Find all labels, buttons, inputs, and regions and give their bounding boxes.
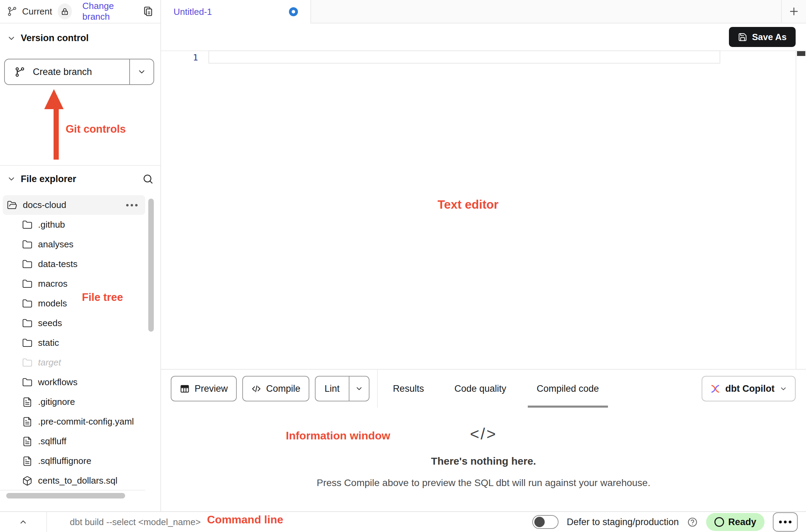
file-explorer-title: File explorer bbox=[21, 174, 76, 184]
tree-item-label: analyses bbox=[38, 239, 74, 250]
change-branch-link[interactable]: Change branch bbox=[82, 1, 138, 22]
sidebar-divider bbox=[0, 165, 160, 166]
file-explorer-header[interactable]: File explorer bbox=[7, 173, 153, 184]
git-branch-icon bbox=[15, 67, 25, 77]
annotation-git-controls: Git controls bbox=[66, 123, 126, 135]
folder-icon bbox=[22, 318, 32, 329]
copy-icon[interactable] bbox=[143, 6, 153, 17]
tree-item[interactable]: macros bbox=[0, 274, 160, 294]
code-icon bbox=[251, 384, 261, 394]
tree-item[interactable]: .gitignore bbox=[0, 392, 160, 412]
more-actions-icon[interactable] bbox=[126, 204, 138, 206]
tree-item[interactable]: models bbox=[0, 294, 160, 313]
results-toolbar: Preview Compile Lint Results Code qualit… bbox=[161, 369, 806, 408]
model-cube-icon bbox=[22, 476, 32, 486]
create-branch-button[interactable]: Create branch bbox=[4, 59, 154, 85]
tree-item[interactable]: .sqlfluffignore bbox=[0, 451, 160, 471]
status-circle-icon bbox=[714, 517, 724, 527]
lock-icon bbox=[61, 8, 69, 16]
chevron-down-icon bbox=[7, 34, 16, 43]
tree-divider bbox=[0, 490, 145, 491]
tree-item[interactable]: data-tests bbox=[0, 254, 160, 274]
tree-item[interactable]: .pre-commit-config.yaml bbox=[0, 412, 160, 431]
tab-untitled-1[interactable]: Untitled-1 bbox=[161, 0, 310, 23]
defer-label: Defer to staging/production bbox=[567, 517, 679, 528]
editor-tab-bar: Untitled-1 bbox=[161, 0, 806, 23]
information-window: </> There's nothing here. Press Compile … bbox=[161, 408, 806, 511]
defer-toggle[interactable] bbox=[532, 515, 559, 529]
dbt-copilot-icon bbox=[710, 383, 721, 394]
command-bar: Defer to staging/production Ready bbox=[0, 511, 806, 532]
tab-bar-empty-space bbox=[310, 0, 781, 23]
compile-button[interactable]: Compile bbox=[242, 376, 309, 401]
file-icon bbox=[22, 397, 32, 407]
file-tree: docs-cloud .github analyses data-tests bbox=[0, 195, 160, 504]
annotation-file-tree: File tree bbox=[82, 291, 123, 304]
status-badge: Ready bbox=[706, 513, 765, 531]
lint-dropdown[interactable] bbox=[349, 377, 369, 401]
folder-icon bbox=[22, 358, 32, 368]
folder-icon bbox=[22, 239, 32, 250]
file-icon bbox=[22, 456, 32, 466]
tab-title: Untitled-1 bbox=[174, 7, 212, 17]
tree-item-label: docs-cloud bbox=[23, 200, 66, 210]
search-icon[interactable] bbox=[142, 173, 153, 184]
annotation-information-window: Information window bbox=[286, 429, 390, 442]
editor-scrollbar-thumb[interactable] bbox=[797, 51, 805, 56]
table-icon bbox=[180, 384, 190, 394]
preview-button[interactable]: Preview bbox=[171, 376, 237, 401]
tree-vertical-scrollbar[interactable] bbox=[148, 199, 154, 332]
version-control-title: Version control bbox=[21, 33, 89, 44]
annotation-arrow-icon bbox=[44, 89, 64, 109]
tree-item[interactable]: docs-cloud bbox=[3, 195, 145, 215]
create-branch-dropdown[interactable] bbox=[130, 59, 153, 84]
tree-item-label: seeds bbox=[38, 318, 62, 329]
empty-state-title: There's nothing here. bbox=[431, 455, 536, 467]
tree-item[interactable]: cents_to_dollars.sql bbox=[0, 471, 160, 491]
folder-icon bbox=[22, 377, 32, 388]
status-label: Ready bbox=[728, 517, 756, 528]
save-as-button[interactable]: Save As bbox=[729, 27, 796, 47]
save-icon bbox=[738, 32, 747, 42]
lint-button[interactable]: Lint bbox=[316, 377, 349, 401]
tree-item-label: .sqlfluffignore bbox=[38, 456, 91, 466]
tree-item[interactable]: .sqlfluff bbox=[0, 431, 160, 451]
save-as-label: Save As bbox=[752, 32, 787, 42]
tab-code-quality[interactable]: Code quality bbox=[439, 369, 522, 408]
tree-horizontal-scrollbar[interactable] bbox=[6, 493, 125, 498]
tree-item-label: models bbox=[38, 298, 67, 309]
tree-item-label: .pre-commit-config.yaml bbox=[38, 416, 134, 427]
code-empty-icon: </> bbox=[470, 426, 497, 442]
git-branch-icon bbox=[7, 6, 17, 17]
editor-action-row: Save As bbox=[161, 23, 806, 50]
file-icon bbox=[22, 436, 32, 447]
tab-results[interactable]: Results bbox=[378, 369, 439, 408]
tab-compiled-code[interactable]: Compiled code bbox=[522, 369, 614, 408]
tree-item[interactable]: analyses bbox=[0, 235, 160, 254]
tree-item-label: workflows bbox=[38, 377, 77, 388]
folder-icon bbox=[22, 338, 32, 348]
tree-item-label: data-tests bbox=[38, 259, 77, 269]
tree-item[interactable]: static bbox=[0, 333, 160, 353]
expand-panel-button[interactable] bbox=[0, 512, 46, 532]
editor-scrollbar[interactable] bbox=[796, 50, 806, 369]
create-branch-label: Create branch bbox=[33, 67, 92, 77]
dbt-ide-screenshot: { "colors": { "annotation_red": "#ee4a36… bbox=[0, 0, 806, 532]
dbt-copilot-button[interactable]: dbt Copilot bbox=[702, 376, 796, 401]
tree-item[interactable]: .github bbox=[0, 215, 160, 235]
line-number: 1 bbox=[193, 53, 198, 63]
tree-item-label: macros bbox=[38, 278, 67, 289]
help-icon[interactable] bbox=[687, 517, 698, 528]
tree-item-label: .gitignore bbox=[38, 397, 75, 407]
annotation-text-editor: Text editor bbox=[438, 198, 498, 211]
add-tab-button[interactable] bbox=[781, 0, 806, 23]
tree-item[interactable]: target bbox=[0, 353, 160, 372]
tree-item[interactable]: workflows bbox=[0, 372, 160, 392]
tree-item[interactable]: seeds bbox=[0, 313, 160, 333]
more-options-button[interactable] bbox=[773, 512, 798, 532]
branch-lock-chip bbox=[58, 3, 72, 19]
unsaved-changes-icon[interactable] bbox=[289, 7, 298, 16]
tree-item-label: target bbox=[38, 357, 61, 368]
version-control-header[interactable]: Version control bbox=[7, 33, 89, 44]
sidebar: Current Change branch Version control Cr… bbox=[0, 0, 161, 511]
